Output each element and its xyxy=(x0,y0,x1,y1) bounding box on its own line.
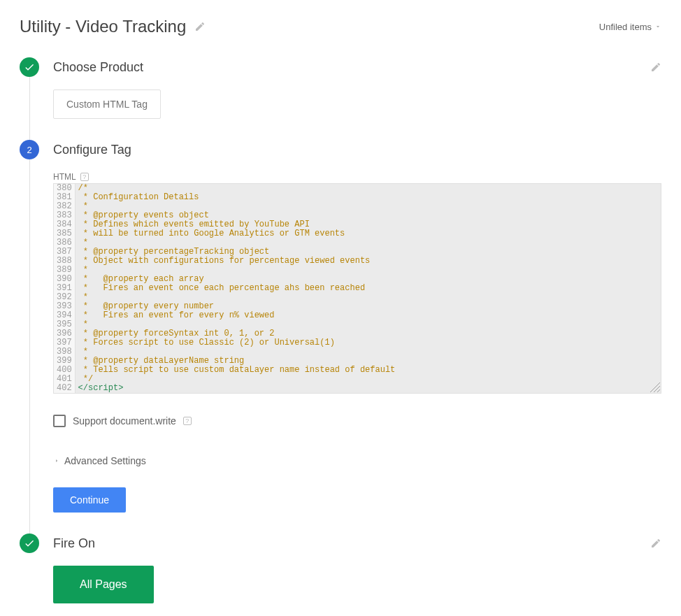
help-icon[interactable]: ? xyxy=(183,417,192,425)
line-number: 402 xyxy=(54,384,75,393)
chevron-down-icon xyxy=(654,23,661,30)
code-line[interactable]: * Object with configurations for percent… xyxy=(78,257,658,266)
help-icon[interactable]: ? xyxy=(80,173,89,181)
page-title: Utility - Video Tracking xyxy=(20,17,186,36)
step-1-title: Choose Product xyxy=(53,60,143,75)
advanced-settings-toggle[interactable]: Advanced Settings xyxy=(53,455,661,466)
edit-step-1-icon[interactable] xyxy=(650,62,661,73)
code-editor[interactable]: 3803813823833843853863873883893903913923… xyxy=(53,183,661,394)
step-2-title: Configure Tag xyxy=(53,143,131,157)
code-line[interactable]: */ xyxy=(78,375,658,384)
check-icon xyxy=(24,62,35,73)
product-chip[interactable]: Custom HTML Tag xyxy=(53,89,161,119)
edit-step-3-icon[interactable] xyxy=(650,538,661,549)
step-2-badge: 2 xyxy=(20,140,39,159)
code-line[interactable]: * Configuration Details xyxy=(78,193,658,202)
step-3-title: Fire On xyxy=(53,536,95,551)
html-field-label: HTML xyxy=(53,172,76,182)
advanced-settings-label: Advanced Settings xyxy=(64,455,146,466)
code-line[interactable]: * Forces script to use Classic (2) or Un… xyxy=(78,338,658,348)
code-line[interactable]: </script> xyxy=(78,384,658,393)
code-line[interactable]: * Tells script to use custom dataLayer n… xyxy=(78,366,658,375)
folder-dropdown[interactable]: Unfiled items xyxy=(599,22,661,32)
folder-dropdown-label: Unfiled items xyxy=(599,22,652,32)
step-1-badge xyxy=(20,57,39,77)
check-icon xyxy=(24,538,35,549)
code-line[interactable]: * Fires an event for every n% viewed xyxy=(78,311,658,320)
code-line[interactable]: * will be turned into Google Analytics o… xyxy=(78,229,658,238)
step-3-badge xyxy=(20,533,39,553)
support-document-write-label: Support document.write xyxy=(73,415,176,427)
edit-title-icon[interactable] xyxy=(194,21,206,32)
continue-button[interactable]: Continue xyxy=(53,487,126,513)
resize-handle-icon[interactable] xyxy=(650,382,660,392)
trigger-all-pages[interactable]: All Pages xyxy=(53,566,154,603)
code-line[interactable]: * Fires an event once each percentage ah… xyxy=(78,284,658,293)
support-document-write-checkbox[interactable] xyxy=(53,415,66,427)
chevron-right-icon xyxy=(53,457,60,464)
